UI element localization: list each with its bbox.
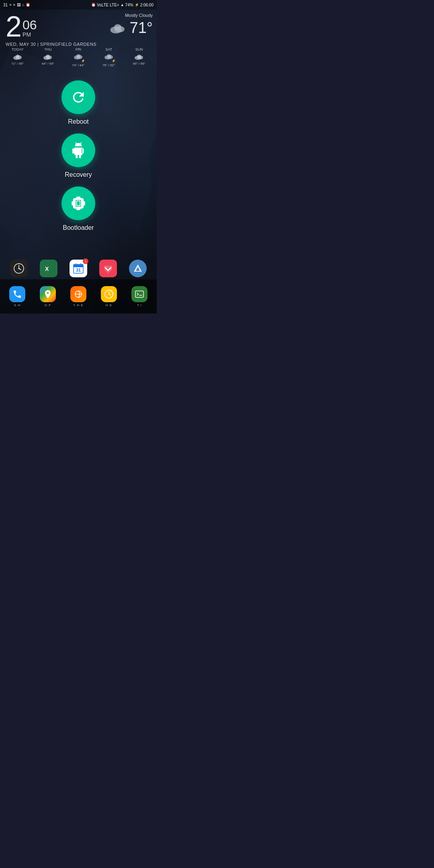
calendar-icon[interactable]: 31 1 (70, 260, 87, 277)
status-right: ⏰ VoLTE LTE+ ▲ 74% ⚡ 2:06:00 (91, 3, 154, 7)
pocket-icon[interactable] (99, 260, 117, 277)
maps-dock-icon[interactable] (40, 286, 56, 302)
volte-badge: VoLTE (97, 3, 108, 7)
maps-svg (43, 289, 53, 299)
weather-cloud-icon (108, 22, 127, 34)
forecast-today: TODAY 71° / 55° (11, 47, 24, 67)
app-clock[interactable] (10, 260, 28, 277)
forecast-icon-sun (134, 53, 144, 60)
settings-dock-icon[interactable] (101, 286, 117, 302)
firefox-svg (74, 289, 83, 299)
forecast-temps-sat: 75° / 52° (102, 63, 115, 67)
phone-dock-icon[interactable] (9, 286, 25, 302)
reboot-option[interactable]: Reboot (61, 80, 95, 125)
forecast-temps-thu: 64° / 59° (42, 62, 54, 66)
svg-line-32 (109, 294, 111, 295)
dock-settings-label: H E (106, 303, 112, 307)
nordvpn-icon[interactable] (129, 260, 147, 277)
dock-terminal[interactable]: T I (131, 286, 147, 307)
battery-pct: 74% (125, 3, 133, 7)
app-pocket[interactable] (99, 260, 117, 277)
settings-svg (104, 289, 114, 299)
dock-firefox[interactable]: T H E (70, 286, 86, 307)
calendar-svg: 31 (72, 262, 84, 274)
weather-temp: 71° (130, 19, 153, 37)
status-date: 31 (3, 3, 8, 7)
svg-point-2 (114, 24, 121, 30)
dock-firefox-label: T H E (73, 303, 83, 307)
recovery-button[interactable] (61, 133, 95, 167)
forecast-day-label-sun: SUN (135, 47, 143, 51)
weather-main: 71° (108, 19, 153, 37)
forecast-day-label-sat: SAT (105, 47, 112, 51)
forecast-icon-thu (43, 53, 53, 60)
terminal-svg (135, 289, 144, 299)
svg-text:X: X (45, 266, 49, 272)
refresh-icon (70, 89, 86, 105)
forecast-sat: SAT ⚡ 75° / 52° (102, 47, 115, 67)
forecast-day-label-thu: THU (44, 47, 52, 51)
forecast-temps-sun: 65° / 55° (133, 62, 145, 66)
time-display: 2 06 PM (6, 12, 96, 41)
recovery-label: Recovery (65, 171, 92, 178)
terminal-dock-icon[interactable] (131, 286, 147, 302)
app-nordvpn[interactable] (129, 260, 147, 277)
nordvpn-svg (132, 263, 143, 274)
lightning-fri: ⚡ (81, 59, 85, 63)
time-minutes: 06 (23, 18, 37, 31)
dock-phone[interactable]: S H (9, 286, 25, 307)
time-hour: 2 (6, 12, 22, 41)
charging-icon: ⚡ (135, 3, 139, 7)
status-left: 31 ≡ ≡ 🖼 ⌂ ⏰ (3, 3, 30, 7)
svg-point-11 (76, 54, 80, 57)
status-icon-2: ≡ (13, 3, 15, 7)
dock-settings[interactable]: H E (101, 286, 117, 307)
app-calendar[interactable]: 31 1 (70, 260, 87, 277)
alarm-icon: ⏰ (91, 3, 96, 7)
recovery-option[interactable]: Recovery (61, 133, 95, 178)
clock-icon[interactable] (10, 260, 28, 277)
clock-time: 2:06:00 (140, 3, 154, 7)
status-icon-4: ⌂ (22, 3, 24, 7)
reboot-button[interactable] (61, 80, 95, 114)
dock-maps[interactable]: O F (40, 286, 56, 307)
power-menu: Reboot Recovery Bootloader (0, 80, 157, 231)
app-excel[interactable]: X (40, 260, 57, 277)
excel-icon[interactable]: X (40, 260, 57, 277)
forecast-thu: THU 64° / 59° (42, 47, 54, 67)
phone-svg (12, 289, 22, 299)
chip-icon (70, 195, 86, 211)
forecast-fri: FRI ⚡ 74° / 64° (72, 47, 85, 67)
time-min-ampm: 06 PM (23, 18, 37, 38)
status-icon-5: ⏰ (26, 3, 30, 7)
firefox-dock-icon[interactable] (70, 286, 86, 302)
svg-rect-33 (135, 291, 143, 297)
bootloader-option[interactable]: Bootloader (61, 186, 95, 231)
svg-text:31: 31 (76, 268, 81, 272)
android-icon (70, 142, 86, 158)
dock-maps-label: O F (45, 303, 51, 307)
status-icon-3: 🖼 (17, 3, 20, 7)
bottom-dock: S H O F T H E H E (0, 279, 157, 313)
forecast-icon-today (12, 53, 23, 60)
status-bar: 31 ≡ ≡ 🖼 ⌂ ⏰ ⏰ VoLTE LTE+ ▲ 74% ⚡ 2:06:0… (0, 0, 157, 10)
svg-point-8 (46, 55, 50, 58)
clock-svg (13, 262, 25, 274)
bootloader-button[interactable] (61, 186, 95, 220)
signal-text: LTE+ (110, 3, 119, 7)
forecast-day-label-fri: FRI (76, 47, 82, 51)
signal-bars: ▲ (121, 3, 124, 7)
svg-rect-25 (74, 264, 83, 267)
pocket-svg (102, 262, 114, 274)
time-ampm: PM (23, 31, 37, 38)
bootloader-label: Bootloader (63, 224, 94, 231)
dock-terminal-label: T I (137, 303, 142, 307)
dock-phone-label: S H (14, 303, 20, 307)
svg-point-17 (137, 55, 141, 58)
weather-condition: Mostly Cloudy (108, 13, 153, 18)
time-widget: 2 06 PM WED, MAY 30 | SPRINGFIELD GARDEN… (6, 12, 96, 47)
svg-point-14 (107, 54, 111, 57)
forecast-sun: SUN 65° / 55° (133, 47, 145, 67)
forecast-temps-today: 71° / 55° (11, 62, 24, 66)
forecast-temps-fri: 74° / 64° (72, 63, 85, 67)
